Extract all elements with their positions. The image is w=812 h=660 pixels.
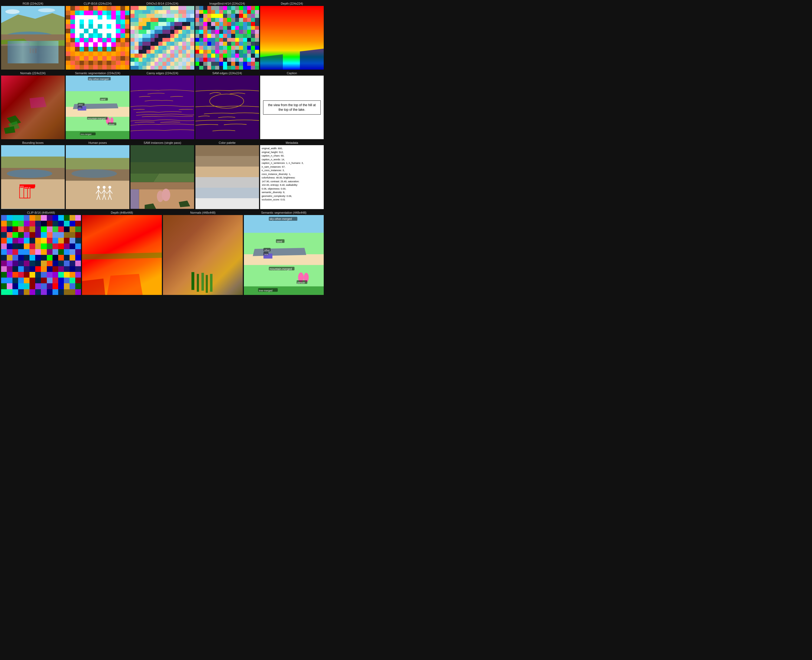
img-poses [66, 145, 129, 209]
img-palette [195, 145, 259, 209]
cell-rgb: RGB (224x224) [1, 1, 65, 70]
svg-text:person: person [298, 281, 305, 284]
svg-text:sky-other-merged: sky-other-merged [269, 217, 292, 221]
svg-text:tree-merged: tree-merged [81, 133, 92, 136]
img-normals [1, 76, 65, 139]
cell-normals: Normals (224x224) [1, 71, 65, 139]
svg-point-85 [157, 190, 164, 202]
label-imagebind: ImageBind-H/14 (224x224) [195, 1, 259, 6]
img-canny [130, 76, 194, 139]
main-grid: RGB (224x224) [0, 0, 325, 210]
cell-caption: Caption the view from the top of the hil… [260, 71, 324, 139]
img-depth448 [82, 215, 162, 295]
svg-rect-9 [35, 48, 36, 53]
svg-point-11 [38, 8, 55, 12]
svg-rect-8 [32, 49, 33, 53]
svg-point-71 [109, 186, 111, 189]
cell-saminst: SAM instances (single pass) [130, 140, 194, 209]
label-semseg: Semantic segmentation (224x224) [66, 71, 129, 76]
cell-semseg448: Semantic segmentation (448x448) [244, 210, 324, 295]
img-semseg448: sky-other-merged sand other sea mountain… [244, 215, 324, 295]
cell-depth: Depth (224x224) [260, 1, 324, 70]
svg-text:other: other [264, 249, 270, 252]
cell-imagebind: ImageBind-H/14 (224x224) [195, 1, 259, 70]
svg-rect-57 [66, 181, 129, 209]
cell-palette: Color palette [195, 140, 259, 209]
svg-text:person: person [109, 123, 114, 126]
label-depth: Depth (224x224) [260, 1, 324, 6]
label-canny: Canny edges (224x224) [130, 71, 194, 76]
img-clip448 [1, 215, 81, 295]
svg-text:sand: sand [100, 98, 106, 101]
svg-text:mountain-merged: mountain-merged [269, 267, 292, 270]
caption-text: the view from the top of the hill at the… [263, 100, 321, 114]
cell-depth448: Depth (448x448) [82, 210, 162, 295]
img-bbox: perperso pers yr [1, 145, 65, 209]
img-samedges [195, 76, 259, 139]
svg-rect-97 [210, 274, 212, 292]
cell-clip: CLIP-B/16 (224x224) [66, 1, 129, 70]
img-rgb [1, 6, 65, 70]
row4-grid: CLIP-B/16 (448x448) Depth (448x448) [0, 210, 325, 296]
svg-text:pers yr: pers yr [24, 186, 30, 189]
svg-text:sky-other-merged: sky-other-merged [89, 78, 109, 81]
img-depth [260, 6, 324, 70]
svg-rect-7 [30, 48, 31, 53]
svg-rect-93 [192, 272, 194, 290]
cell-semseg: Semantic segmentation (224x224) [66, 71, 129, 139]
img-imagebind [195, 6, 259, 70]
cell-samedges: SAM edges (224x224) [195, 71, 259, 139]
label-caption: Caption [260, 71, 324, 76]
img-dino [130, 6, 194, 70]
metadata-text: original_width: 800, original_height: 51… [262, 147, 322, 202]
svg-text:sea: sea [264, 253, 269, 255]
svg-marker-19 [30, 97, 47, 108]
cell-normals448: Normals (448x448) [163, 210, 243, 295]
label-clip: CLIP-B/16 (224x224) [66, 1, 129, 6]
svg-text:other: other [78, 103, 83, 106]
svg-point-59 [97, 186, 100, 189]
svg-point-42 [209, 94, 244, 108]
svg-rect-96 [206, 275, 208, 293]
svg-marker-13 [300, 49, 324, 70]
label-normals448: Normals (448x448) [163, 210, 243, 215]
label-rgb: RGB (224x224) [1, 1, 65, 6]
label-semseg448: Semantic segmentation (448x448) [244, 210, 324, 215]
img-saminst [130, 145, 194, 209]
svg-rect-25 [66, 131, 129, 139]
cell-canny: Canny edges (224x224) [130, 71, 194, 139]
metadata-box: original_width: 800, original_height: 51… [260, 145, 324, 209]
svg-marker-89 [107, 274, 142, 295]
label-saminst: SAM instances (single pass) [130, 140, 194, 145]
svg-marker-4 [1, 46, 65, 70]
label-samedges: SAM edges (224x224) [195, 71, 259, 76]
svg-text:mountain-merged: mountain-merged [88, 117, 106, 120]
img-normals448 [163, 215, 243, 295]
svg-text:tree-merged: tree-merged [259, 289, 272, 292]
img-caption: the view from the top of the hill at the… [260, 76, 324, 139]
label-palette: Color palette [195, 140, 259, 145]
svg-marker-101 [253, 248, 306, 256]
cell-dino: DINOv2-B/14 (224x224) [130, 1, 194, 70]
svg-rect-94 [197, 274, 199, 292]
svg-text:sand: sand [277, 240, 282, 243]
label-bbox: Bounding boxes [1, 140, 65, 145]
label-metadata: Metadata [260, 140, 324, 145]
cell-metadata: Metadata original_width: 800, original_h… [260, 140, 324, 209]
svg-marker-81 [130, 182, 194, 189]
svg-point-65 [103, 186, 106, 189]
img-clip [66, 6, 129, 70]
svg-text:sea: sea [78, 107, 82, 109]
label-depth448: Depth (448x448) [82, 210, 162, 215]
svg-point-58 [71, 170, 117, 178]
svg-marker-78 [130, 162, 194, 174]
svg-marker-3 [1, 34, 65, 51]
svg-rect-95 [201, 273, 204, 290]
cell-bbox: Bounding boxes perperso pers yr [1, 140, 65, 209]
svg-marker-80 [153, 174, 194, 182]
svg-marker-77 [130, 145, 194, 162]
label-dino: DINOv2-B/14 (224x224) [130, 1, 194, 6]
cell-poses: Human poses [66, 140, 129, 209]
svg-marker-6 [30, 40, 65, 46]
cell-clip448: CLIP-B/16 (448x448) [1, 210, 81, 295]
